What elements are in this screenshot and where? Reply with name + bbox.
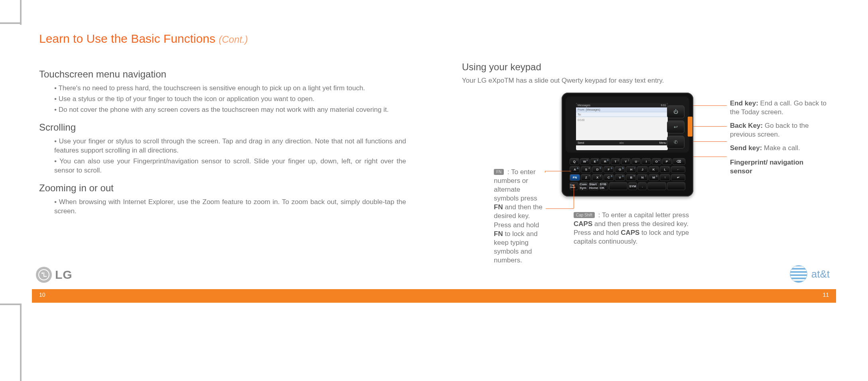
phone-body: Messages 9:61 From: (Messages) To: 0/160… [562, 93, 693, 196]
keyboard-key: Y) [621, 158, 631, 165]
left-column: Touchscreen menu navigation There's no n… [39, 62, 406, 260]
keyboard-key: R3 [600, 158, 610, 165]
keyboard-key: D5 [592, 166, 602, 173]
list-item: Do not cover the phone with any screen c… [54, 105, 406, 115]
keyboard-key: L' [660, 166, 670, 173]
softkey-left: Send [578, 141, 584, 144]
lg-face-icon [38, 269, 49, 280]
end-key: ⏻ [667, 105, 685, 118]
keyboard-key: G$ [615, 166, 625, 173]
crop-mark [20, 304, 22, 381]
att-wordmark: at&t [811, 268, 830, 280]
leader-line [693, 105, 727, 106]
keyboard-key: S4 [581, 166, 591, 173]
keyboard-key: Cap Shift [570, 182, 578, 190]
keyboard-key [609, 182, 627, 190]
page-content: Learn to Use the Basic Functions (Cont.)… [39, 32, 829, 305]
crop-mark [0, 22, 21, 24]
callout-send-key: Send key: Make a call. [730, 144, 826, 153]
fn-keycap-icon: FN [494, 169, 504, 175]
page-number-left: 10 [39, 292, 45, 298]
hardware-buttons: ⏻ ↩ ✆ [667, 105, 685, 149]
keyboard-key: V9 [615, 174, 625, 181]
key-row-2: A&S4D5F6G$H/J:K;L'← [570, 166, 685, 173]
att-logo: at&t [790, 265, 830, 283]
message-from: From: (Messages) [576, 107, 668, 112]
callout-end-key: End key: End a call. Go back to the Toda… [730, 99, 834, 117]
send-key: ✆ [667, 136, 685, 149]
char-count: 0/160 [578, 119, 585, 121]
phone-diagram: Messages 9:61 From: (Messages) To: 0/160… [462, 93, 829, 260]
phone-screen: Messages 9:61 From: (Messages) To: 0/160… [576, 103, 668, 150]
att-side-badge [688, 117, 692, 137]
keyboard-key: Com Sym [579, 182, 588, 190]
leader-line [574, 185, 574, 208]
list-item: You can also use your Fingerprint/naviga… [54, 157, 406, 175]
keyboard-key: ↵ [671, 174, 685, 181]
subhead-zoom: Zooming in or out [39, 183, 406, 194]
screen-app-name: Messages [578, 104, 590, 107]
callout-text: Make a call. [762, 144, 800, 152]
message-to: To: [576, 112, 668, 117]
back-key: ↩ [667, 121, 685, 133]
list-item: When browsing with Internet Explorer, us… [54, 198, 406, 216]
att-globe-icon [790, 265, 807, 283]
leader-line [693, 141, 727, 142]
callout-text: : To enter numbers or alternate symbols … [494, 168, 542, 264]
keyboard-key: ⌫ [673, 158, 685, 165]
list-item: There's no need to press hard, the touch… [54, 84, 406, 93]
keyboard-key: W1 [580, 158, 590, 165]
keyboard-key: I- [641, 158, 651, 165]
status-bar: Messages 9:61 [576, 103, 668, 107]
subhead-touchscreen: Touchscreen menu navigation [39, 69, 406, 80]
lg-logo: LG [36, 267, 73, 283]
crop-mark [0, 304, 21, 305]
right-column: Using your keypad Your LG eXpoTM has a s… [462, 62, 829, 260]
subhead-scrolling: Scrolling [39, 122, 406, 133]
two-column-layout: Touchscreen menu navigation There's no n… [39, 62, 829, 260]
keyboard-key: O+ [652, 158, 661, 165]
callout-fn-key: FN : To enter numbers or alternate symbo… [494, 168, 546, 265]
screen-time: 9:61 [661, 104, 666, 107]
keyboard-key [647, 182, 666, 190]
callout-caps-key: Cap Shift : To enter a capital letter pr… [574, 211, 701, 246]
scrolling-list: Use your finger or stylus to scroll thro… [39, 137, 406, 175]
page-number-right: 11 [823, 292, 829, 298]
keyboard-key: SYB OK [600, 182, 608, 190]
callout-label: Fingerprint/ navigation sensor [730, 159, 803, 175]
crop-mark [20, 0, 22, 25]
list-item: Use your finger or stylus to scroll thro… [54, 137, 406, 155]
keyboard-key: H/ [626, 166, 636, 173]
callout-label: End key: [730, 99, 758, 107]
callout-back-key: Back Key: Go back to the previous screen… [730, 121, 826, 139]
keyboard-key: ← [671, 166, 685, 173]
zoom-list: When browsing with Internet Explorer, us… [39, 198, 406, 216]
keyboard-key: U_ [631, 158, 641, 165]
key-row-1: Q!W1E2R3T(Y)U_I-O+P"⌫ [570, 158, 685, 165]
title-continued: (Cont.) [219, 34, 248, 45]
leader-line [693, 126, 727, 127]
keyboard-key: J: [637, 166, 647, 173]
softkey-mid: abc [584, 141, 659, 144]
keyboard-key: M0 [649, 174, 659, 181]
keyboard-key: P" [662, 158, 672, 165]
keyboard-key: Start Home [589, 182, 598, 190]
keyboard-key: . [638, 182, 647, 190]
message-body: 0/160 [576, 117, 668, 140]
keyboard-key: ↑ [660, 174, 670, 181]
keyboard-key [667, 182, 685, 190]
leader-line [546, 208, 574, 209]
key-row-4: Cap ShiftCom SymStart HomeSYB OKSYM. [570, 182, 685, 190]
page-title: Learn to Use the Basic Functions (Cont.) [39, 32, 829, 46]
softkey-bar: Send abc Menu [576, 140, 668, 145]
phone-slide-top: Messages 9:61 From: (Messages) To: 0/160… [566, 97, 689, 153]
keyboard-key: N! [637, 174, 647, 181]
svg-point-1 [41, 272, 43, 274]
qwerty-keyboard: Q!W1E2R3T(Y)U_I-O+P"⌫ A&S4D5F6G$H/J:K;L'… [570, 158, 685, 190]
keyboard-key: X7 [592, 174, 602, 181]
keyboard-key: F6 [604, 166, 614, 173]
touchscreen-list: There's no need to press hard, the touch… [39, 84, 406, 115]
subhead-keypad: Using your keypad [462, 62, 829, 73]
keyboard-key: T( [611, 158, 620, 165]
leader-line [693, 157, 727, 157]
